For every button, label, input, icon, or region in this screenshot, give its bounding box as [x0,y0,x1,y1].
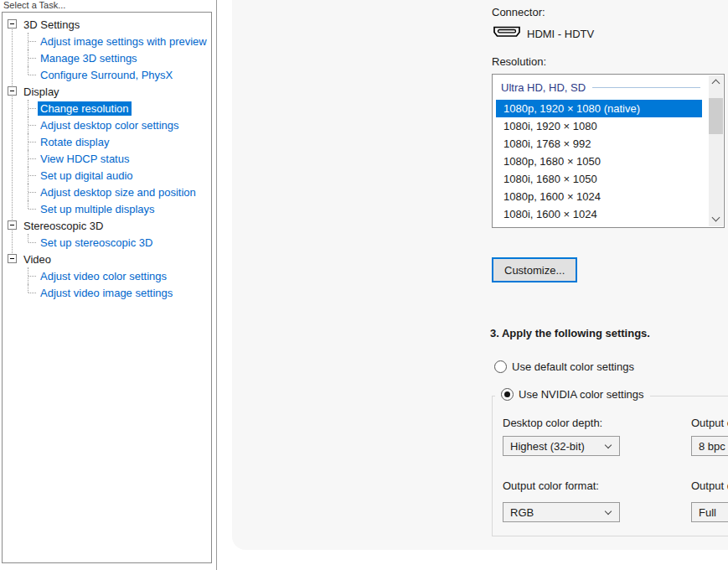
chevron-down-icon [605,442,612,448]
connector-label: Connector: [492,6,545,18]
sidebar-tree-item[interactable]: View HDCP status [3,150,211,167]
sidebar-item-label[interactable]: Adjust video image settings [38,286,175,300]
resolution-label: Resolution: [492,55,546,68]
sidebar-tree-item[interactable]: Display [3,83,211,100]
resolution-list-item[interactable]: 1080i, 1680 × 1050 [496,170,702,188]
change-resolution-page: Connector: HDMI - HDTV Resolution: Ultra… [232,0,728,550]
sidebar-item-label[interactable]: Adjust desktop color settings [38,118,181,132]
resolution-listbox[interactable]: Ultra HD, HD, SD 1080p, 1920 × 1080 (nat… [492,74,725,228]
radio-label: Use NVIDIA color settings [519,388,644,401]
sidebar-item-label[interactable]: Adjust video color settings [38,269,169,283]
sidebar-item-label[interactable]: Set up multiple displays [38,202,157,216]
sidebar-item-label[interactable]: Rotate display [38,135,111,149]
radio-unchecked-icon[interactable] [494,360,507,373]
listbox-scrollbar[interactable] [709,75,723,226]
sidebar-item-label[interactable]: Set up digital audio [38,168,136,183]
resolution-group-header: Ultra HD, HD, SD [501,81,700,94]
group-header-rule [592,87,700,88]
resolution-list-item[interactable]: 1080i, 1768 × 992 [496,135,702,153]
nvidia-color-settings-group: Use NVIDIA color settings Desktop color … [492,396,728,536]
sidebar-tree-item[interactable]: Adjust video image settings [3,284,211,301]
output-color-format-value: RGB [510,506,534,519]
resolution-list-item[interactable]: 1080i, 1920 × 1080 [496,117,702,135]
sidebar-tree-item[interactable]: Adjust desktop color settings [3,117,211,133]
sidebar-item-label[interactable]: Configure Surround, PhysX [38,68,175,82]
sidebar-tree-item[interactable]: Stereoscopic 3D [3,217,211,234]
radio-label: Use default color settings [512,360,634,373]
chevron-down-icon [605,508,612,515]
hdmi-connector-icon [493,25,521,41]
sidebar-tree-item[interactable]: Video [3,251,211,267]
resolution-list-item[interactable]: 1080p, 1920 × 1080 (native) [496,100,702,117]
sidebar-tree-item[interactable]: Adjust image settings with preview [3,33,211,49]
desktop-color-depth-value: Highest (32-bit) [510,440,585,453]
resolution-list: 1080p, 1920 × 1080 (native) 1080i, 1920 … [496,100,702,223]
sidebar-item-label[interactable]: View HDCP status [38,152,132,166]
customize-button[interactable]: Customize... [492,257,577,282]
sidebar-tree-item[interactable]: Manage 3D settings [3,49,211,66]
desktop-color-depth-label: Desktop color depth: [503,417,602,429]
output-color-depth-value: 8 bpc [699,440,725,453]
output-dynamic-range-dropdown[interactable]: Full [691,502,728,522]
sidebar-item-label[interactable]: Adjust image settings with preview [38,34,209,49]
sidebar-tree-item[interactable]: Set up multiple displays [3,200,211,217]
tree-collapse-icon[interactable] [8,220,17,230]
resolution-list-item[interactable]: 1080p, 1680 × 1050 [496,153,702,170]
nvidia-color-settings-option[interactable]: Use NVIDIA color settings [495,388,650,401]
sidebar-tree-item[interactable]: 3D Settings [3,16,211,33]
apply-settings-heading: 3. Apply the following settings. [490,327,650,339]
resolution-group-header-text: Ultra HD, HD, SD [501,81,586,94]
task-tree-panel: 3D Settings Adjust image settings with p… [2,12,212,563]
resolution-list-item[interactable]: 1080p, 1600 × 1024 [496,188,702,205]
resolution-list-item[interactable]: 1080i, 1600 × 1024 [496,205,702,223]
sidebar-item-label[interactable]: Manage 3D settings [38,51,140,65]
sidebar-item-label[interactable]: Set up stereoscopic 3D [38,236,155,250]
sidebar-tree-item[interactable]: Configure Surround, PhysX [3,66,211,83]
sidebar-item-label[interactable]: Stereoscopic 3D [21,219,106,233]
sidebar-item-label[interactable]: Change resolution [38,101,132,116]
output-color-depth-label: Output color depth: [691,417,728,429]
output-dynamic-range-label: Output dynamic range: [691,479,728,492]
default-color-settings-option[interactable]: Use default color settings [494,360,634,373]
sidebar-item-label[interactable]: Video [21,252,54,267]
desktop-color-depth-dropdown[interactable]: Highest (32-bit) [503,436,620,456]
tree-collapse-icon[interactable] [8,19,17,28]
output-color-format-dropdown[interactable]: RGB [503,502,620,522]
select-task-header: Select a Task... [3,0,65,10]
sidebar-item-label[interactable]: Adjust desktop size and position [38,185,199,200]
radio-checked-icon[interactable] [501,388,514,401]
sidebar-tree-item[interactable]: Set up digital audio [3,167,211,184]
tree-collapse-icon[interactable] [8,86,17,96]
tree-collapse-icon[interactable] [8,254,17,263]
scrollbar-up-icon[interactable] [709,75,723,90]
sidebar-tree-item[interactable]: Rotate display [3,133,211,150]
sidebar-tree-item[interactable]: Adjust video color settings [3,267,211,284]
sidebar-item-label[interactable]: 3D Settings [21,18,82,32]
output-color-format-label: Output color format: [503,479,599,492]
sidebar-tree-item[interactable]: Set up stereoscopic 3D [3,234,211,251]
sidebar-item-label[interactable]: Display [21,85,62,99]
output-dynamic-range-value: Full [699,506,716,519]
output-color-depth-dropdown[interactable]: 8 bpc [691,436,728,456]
sidebar-splitter[interactable] [216,0,217,570]
scrollbar-thumb[interactable] [709,98,723,134]
scrollbar-down-icon[interactable] [709,212,723,226]
sidebar-tree-item[interactable]: Adjust desktop size and position [3,184,211,200]
connector-value: HDMI - HDTV [527,28,594,40]
task-tree: 3D Settings Adjust image settings with p… [3,13,211,301]
sidebar-tree-item[interactable]: Change resolution [3,100,211,117]
